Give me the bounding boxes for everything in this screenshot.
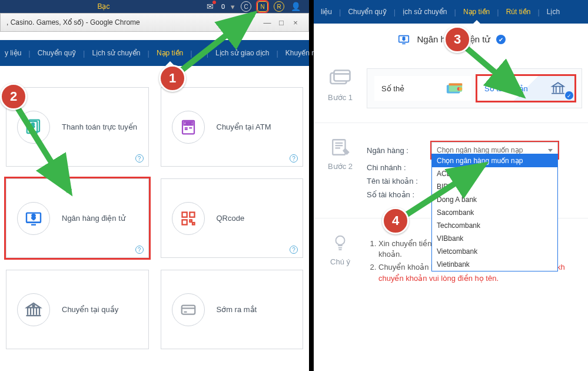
option-card-number[interactable]: Số thẻ (374, 76, 471, 101)
svg-point-24 (33, 304, 35, 306)
method-qrcode[interactable]: QRcode ? (161, 178, 304, 258)
svg-rect-17 (192, 223, 195, 225)
step-1-row: Bước 1 Số thẻ (314, 54, 588, 122)
tab-data[interactable]: y liệu (0, 41, 26, 65)
ebank-icon: $ (396, 33, 411, 46)
method-label: Thanh toán trực tuyến (62, 122, 137, 131)
svg-text:ATM: ATM (185, 121, 191, 125)
chrome-title-bar: , Casino. Games, Xổ số) - Google Chrome … (0, 13, 309, 32)
help-icon[interactable]: ? (290, 154, 298, 163)
bank-select-value: Chọn ngân hàng muốn nạp (437, 146, 523, 154)
lightbulb-icon (327, 233, 353, 253)
form-icon (327, 137, 353, 157)
bank-option[interactable]: VIBbank (432, 232, 557, 245)
bank-building-icon (549, 81, 567, 96)
minimize-button[interactable]: — (260, 18, 274, 27)
svg-text:$: $ (32, 213, 35, 220)
svg-rect-14 (190, 212, 194, 217)
svg-rect-36 (449, 84, 463, 86)
svg-rect-15 (182, 220, 187, 224)
bank-option[interactable]: ACB (432, 167, 557, 180)
atm-icon: ATM (172, 111, 205, 144)
method-label: Chuyển tại ATM (217, 122, 271, 131)
tab-history-transfer-r[interactable]: ịch sử chuyển (398, 0, 451, 24)
card-stack-icon (446, 81, 464, 96)
step-2-label: Bước 2 (328, 162, 353, 171)
bank-option[interactable]: Techcombank (432, 219, 557, 232)
bank-label: Ngân hàng : (367, 146, 431, 155)
counter-icon (17, 293, 50, 326)
method-label: QRcode (217, 214, 245, 223)
step-1-label: Bước 1 (328, 93, 353, 102)
bank-option[interactable]: Vietinbank (432, 258, 557, 271)
maximize-button[interactable]: □ (274, 18, 288, 27)
app-top-bar: Bạc ✉ 0 ▾ C N R 👤 (0, 0, 309, 13)
tab-history-tx[interactable]: Lịch sử giao dịch (211, 41, 274, 65)
qrcode-icon (172, 202, 205, 235)
tab-blank[interactable] (195, 45, 204, 61)
check-icon: ✔ (496, 35, 506, 44)
tab-transfer-fund-r[interactable]: Chuyển quỹ (343, 0, 391, 24)
tab-history-transfer[interactable]: Lịch sử chuyển (88, 41, 145, 65)
card-icon (327, 68, 353, 88)
window-title: , Casino. Games, Xổ số) - Google Chrome (6, 18, 260, 26)
tab-history-r[interactable]: Lịch (542, 0, 564, 24)
note-label: Chú ý (330, 257, 350, 266)
acct-no-label: Số tài khoản : (367, 190, 431, 199)
bank-option[interactable]: Vietcombank (432, 245, 557, 258)
notification-count: 0 (221, 3, 225, 10)
bank-option-placeholder[interactable]: Chọn ngân hàng muốn nạp (432, 154, 557, 167)
nav-tabs-right: liệu | Chuyển quỹ | ịch sử chuyển | Nạp … (314, 0, 588, 24)
help-icon[interactable]: ? (135, 246, 144, 254)
c-icon[interactable]: C (241, 1, 251, 12)
bank-option[interactable]: Dong A bank (432, 193, 557, 206)
user-icon[interactable]: 👤 (290, 1, 301, 12)
svg-rect-13 (182, 212, 187, 217)
svg-rect-16 (190, 220, 192, 222)
tab-deposit-r[interactable]: Nạp tiền (459, 0, 494, 24)
method-counter[interactable]: Chuyển tại quầy (6, 270, 149, 349)
help-icon[interactable]: ? (135, 154, 144, 163)
help-icon[interactable]: ? (290, 246, 298, 254)
close-button[interactable]: × (288, 18, 303, 27)
bank-option[interactable]: BIDV (432, 180, 557, 193)
deposit-method-grid: $ Thanh toán trực tuyến ? ATM (0, 66, 309, 355)
option-account-number-label: Số tài khoản (484, 84, 528, 93)
n-deposit-icon[interactable]: N (257, 1, 268, 12)
method-card-coming[interactable]: Sớm ra mắt (161, 270, 304, 349)
method-online-pay[interactable]: $ Thanh toán trực tuyến ? (6, 87, 149, 167)
svg-text:$: $ (402, 36, 404, 41)
svg-rect-32 (334, 71, 350, 81)
method-ebank[interactable]: $ Ngân hàng điện tử ? (6, 178, 149, 258)
chevron-down-icon (548, 149, 553, 152)
r-withdraw-icon[interactable]: R (274, 1, 284, 12)
ebank-section-header: $ Ngân hàng điện tử ✔ (314, 24, 588, 46)
branch-label: Chi nhánh : (367, 163, 431, 172)
svg-text:$: $ (31, 122, 35, 129)
option-account-number[interactable]: Số tài khoản (477, 76, 574, 101)
svg-point-48 (336, 236, 345, 245)
ebank-icon: $ (17, 202, 50, 235)
tab-transfer-fund[interactable]: Chuyển quỹ (33, 41, 81, 65)
tab-withdraw-r[interactable]: Rút tiền (501, 0, 536, 24)
ebank-section-title: Ngân hàng điện tử (417, 34, 491, 45)
online-pay-icon: $ (17, 111, 50, 144)
svg-point-38 (459, 87, 463, 91)
option-card-number-label: Số thẻ (381, 84, 404, 93)
bank-option[interactable]: Sacombank (432, 206, 557, 219)
tab-data-r[interactable]: liệu (316, 0, 337, 24)
card-icon (172, 293, 205, 326)
method-label: Sớm ra mắt (217, 305, 257, 314)
svg-rect-44 (333, 140, 345, 155)
nav-tabs-left: y liệu | Chuyển quỹ | Lịch sử chuyển | N… (0, 40, 309, 66)
method-label: Ngân hàng điện tử (62, 214, 125, 223)
step-2-row: Bước 2 Ngân hàng : Chọn ngân hàng muốn n… (314, 122, 588, 218)
acct-name-label: Tên tài khoản : (367, 177, 431, 186)
bank-dropdown-list[interactable]: Chọn ngân hàng muốn nạp ACB BIDV Dong A … (431, 154, 558, 271)
method-atm[interactable]: ATM Chuyển tại ATM ? (161, 87, 304, 167)
tab-deposit[interactable]: Nạp tiền (152, 41, 188, 65)
svg-rect-25 (181, 305, 195, 314)
mail-icon[interactable]: ✉ (205, 1, 215, 12)
level-badge: Bạc (8, 2, 199, 11)
method-label: Chuyển tại quầy (62, 305, 118, 314)
